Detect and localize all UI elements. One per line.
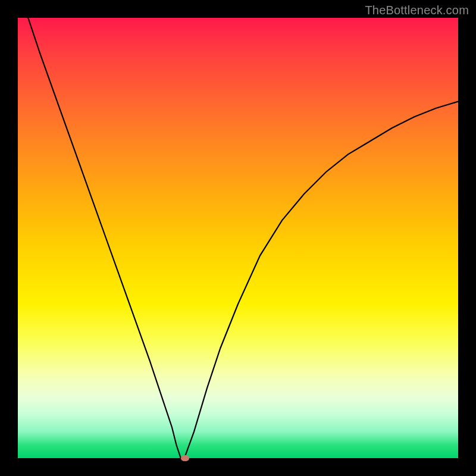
bottleneck-curve xyxy=(18,18,458,458)
curve-path xyxy=(18,18,458,458)
plot-area xyxy=(18,18,458,458)
optimum-marker xyxy=(181,455,189,461)
watermark-text: TheBottleneck.com xyxy=(365,4,469,17)
chart-frame: TheBottleneck.com xyxy=(0,0,476,476)
